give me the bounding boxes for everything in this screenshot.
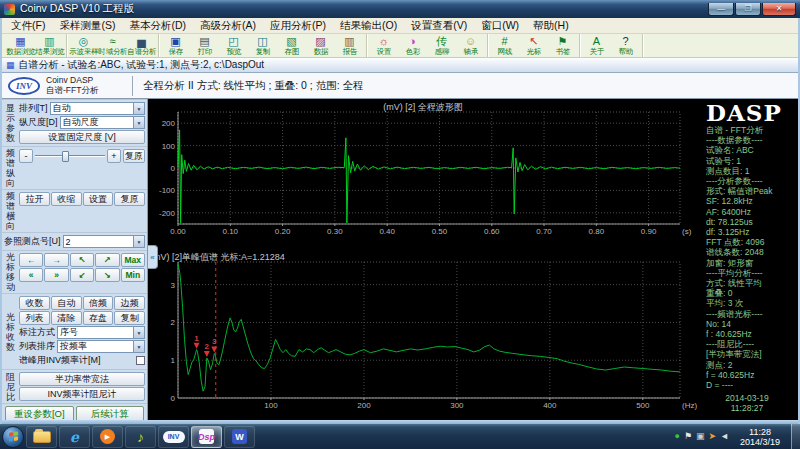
report-button[interactable]: ▥报告: [335, 35, 364, 56]
collect-b-button-1[interactable]: 列表: [19, 311, 50, 325]
start-button[interactable]: [2, 426, 24, 448]
colors-button[interactable]: ◑色彩: [398, 35, 427, 56]
menu-item-1[interactable]: 文件(F): [4, 19, 52, 33]
result-browse-button[interactable]: ▥结果浏览: [35, 35, 64, 56]
action-button-2[interactable]: 后续计算: [76, 406, 145, 420]
collapse-panel-button[interactable]: «: [148, 245, 158, 269]
settings-icon: ☼: [378, 35, 388, 47]
status-green-icon[interactable]: ●: [674, 432, 679, 441]
internet-explorer-taskbar-button[interactable]: e: [59, 426, 90, 448]
flag-icon[interactable]: ⚑: [684, 432, 692, 441]
taskbar-clock[interactable]: 11:28 2014/3/19: [733, 427, 787, 447]
close-button[interactable]: ✕: [762, 3, 796, 16]
svg-text:100: 100: [264, 401, 278, 410]
clipboard-icon[interactable]: ▣: [696, 432, 705, 441]
collect-a-button-4[interactable]: 边频: [114, 296, 145, 310]
document-caption-bar[interactable]: ▦ 自谱分析 - 试验名:ABC, 试验号:1, 测点号:2, c:\DaspO…: [2, 58, 798, 73]
cursor-move-b-button-1[interactable]: «: [19, 268, 43, 282]
maximize-button[interactable]: ❐: [735, 3, 761, 16]
waveform-chart[interactable]: 0.000.100.200.300.400.500.600.700.800.90…: [148, 99, 698, 249]
system-tray: ●⚑▣➤◄ 11:28 2014/3/19: [674, 424, 800, 449]
cursor-move-b-button-2[interactable]: »: [44, 268, 68, 282]
minimize-button[interactable]: —: [708, 3, 734, 16]
dasp-app-taskbar-button[interactable]: Dsp: [191, 426, 222, 448]
collect-a-button-2[interactable]: 自动: [51, 296, 82, 310]
volume-icon[interactable]: ◄: [720, 432, 729, 441]
spectrum-h-button-2[interactable]: 收缩: [51, 192, 82, 206]
pointer-icon[interactable]: ➤: [708, 432, 716, 441]
collect-b-button-4[interactable]: 复制: [114, 311, 145, 325]
vertical-zoom-slider[interactable]: [35, 150, 105, 162]
cursor-move-b-button-3[interactable]: ↙: [70, 268, 94, 282]
about-button[interactable]: A关于: [582, 35, 611, 56]
slider-handle[interactable]: [62, 151, 69, 162]
menu-item-5[interactable]: 应用分析(P): [263, 19, 333, 33]
time-domain-analysis-button[interactable]: ≈时域分析: [98, 35, 127, 56]
spectrum-h-button-1[interactable]: 拉开: [19, 192, 50, 206]
svg-text:200: 200: [162, 119, 176, 128]
preview-button[interactable]: ◰预览: [219, 35, 248, 56]
help-button[interactable]: ?帮助: [611, 35, 640, 56]
damping-button-2[interactable]: INV频率计阻尼计: [19, 387, 145, 401]
info-line-24: 测点: 2: [706, 360, 798, 370]
save-image-button[interactable]: ▧存图: [277, 35, 306, 56]
settings-button[interactable]: ☼设置: [369, 35, 398, 56]
show-desktop-button[interactable]: [791, 424, 800, 449]
collect-a-button-3[interactable]: 倍频: [83, 296, 114, 310]
oscilloscope-sampling-button[interactable]: ◎示波采样: [69, 35, 98, 56]
cursor-move-a-button-4[interactable]: ↗: [95, 253, 119, 267]
music-app-taskbar-button[interactable]: ♪: [125, 426, 156, 448]
set-fixed-scale-button[interactable]: 设置固定尺度 [V]: [19, 130, 145, 144]
cursor-tool-button[interactable]: ↖光标: [519, 35, 548, 56]
collect-a-button-1[interactable]: 收数: [19, 296, 50, 310]
damping-button-1[interactable]: 半功率带宽法: [19, 372, 145, 386]
list-sort-select[interactable]: 按频率 ▼: [57, 340, 145, 353]
vscale-select[interactable]: 自动尺度 ▼: [60, 116, 145, 129]
menu-item-4[interactable]: 高级分析(A): [193, 19, 263, 33]
bearing-button[interactable]: ☺轴承: [456, 35, 485, 56]
word-app-taskbar-button[interactable]: W: [224, 426, 255, 448]
info-line-7: 形式: 幅值谱Peak: [706, 186, 798, 196]
menu-item-9[interactable]: 帮助(H): [526, 19, 576, 33]
svg-text:300: 300: [450, 401, 464, 410]
inv-app-taskbar-button[interactable]: INV: [158, 426, 189, 448]
menu-item-8[interactable]: 窗口(W): [474, 19, 526, 33]
cursor-move-b-button-5[interactable]: Min: [121, 268, 145, 282]
explorer-taskbar-button[interactable]: [26, 426, 57, 448]
spectrum-h-button-4[interactable]: 复原: [114, 192, 145, 206]
cursor-move-a-button-3[interactable]: ↖: [70, 253, 94, 267]
vertical-zoom-out-button[interactable]: -: [19, 149, 33, 163]
save-button[interactable]: ▣保存: [161, 35, 190, 56]
data-browse-button[interactable]: ▦数据浏览: [6, 35, 35, 56]
collect-b-button-3[interactable]: 存盘: [83, 311, 114, 325]
spectrum-chart[interactable]: 1002003004005000123(Hz)123: [148, 249, 698, 420]
collect-b-button-2[interactable]: 清除: [51, 311, 82, 325]
clock-date: 2014/3/19: [740, 437, 780, 447]
copy-button[interactable]: ◫复制: [248, 35, 277, 56]
ref-point-select[interactable]: 2 ▼: [63, 235, 145, 248]
transfer-button[interactable]: 传感聊: [427, 35, 456, 56]
grid-lines-button[interactable]: #网线: [490, 35, 519, 56]
menu-item-2[interactable]: 采样测量(S): [52, 19, 122, 33]
inv-freq-meter-checkbox[interactable]: [136, 356, 145, 365]
cursor-move-a-button-1[interactable]: ←: [19, 253, 43, 267]
display-params-label: 显 示 参 数: [3, 103, 18, 143]
menu-item-7[interactable]: 设置查看(V): [404, 19, 474, 33]
list-sort-value: 按频率: [60, 340, 87, 353]
cursor-move-b-button-4[interactable]: ↘: [95, 268, 119, 282]
spectrum-h-button-3[interactable]: 设置: [83, 192, 114, 206]
action-button-1[interactable]: 重设参数[O]: [5, 406, 74, 420]
vertical-reset-button[interactable]: 复原: [123, 149, 145, 163]
data-export-button[interactable]: ▨数据: [306, 35, 335, 56]
auto-spectrum-analysis-button[interactable]: ▅自谱分析: [127, 35, 156, 56]
vertical-zoom-in-button[interactable]: +: [107, 149, 121, 163]
menu-item-3[interactable]: 基本分析(D): [122, 19, 193, 33]
annotation-mode-select[interactable]: 序号 ▼: [57, 326, 145, 339]
bookmark-button[interactable]: ⚑书签: [548, 35, 577, 56]
cursor-move-a-button-2[interactable]: →: [44, 253, 68, 267]
media-player-taskbar-button[interactable]: ▶: [92, 426, 123, 448]
menu-item-6[interactable]: 结果输出(O): [333, 19, 404, 33]
arrange-select[interactable]: 自动 ▼: [50, 102, 146, 115]
cursor-move-a-button-5[interactable]: Max: [121, 253, 145, 267]
print-button[interactable]: ▤打印: [190, 35, 219, 56]
